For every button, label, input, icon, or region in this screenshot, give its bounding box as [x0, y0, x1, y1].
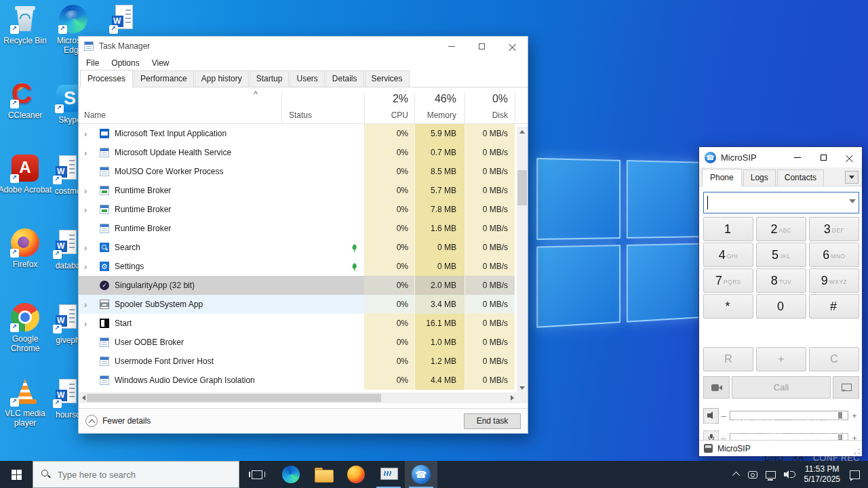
column-separator[interactable]	[515, 93, 515, 123]
action-center-button[interactable]	[846, 461, 868, 488]
start-button[interactable]	[0, 461, 33, 488]
speaker-mute-button[interactable]	[703, 408, 719, 424]
task-manager-tab[interactable]: Details	[326, 70, 364, 87]
task-manager-tab[interactable]: Processes	[80, 70, 133, 87]
taskbar-task-manager-button[interactable]	[372, 461, 405, 488]
dialpad-key[interactable]: 9 WXYZ	[809, 268, 859, 293]
dialpad-key[interactable]: 0	[756, 294, 806, 319]
dialpad-key[interactable]: 4 GHI	[703, 243, 753, 267]
close-button[interactable]	[836, 147, 862, 167]
dialpad-key[interactable]: *	[703, 294, 753, 319]
horizontal-scrollbar-thumb[interactable]	[87, 394, 381, 402]
column-disk[interactable]: Disk	[465, 110, 508, 120]
process-row[interactable]: › Microsoft Update Health Service 0% 0.7…	[79, 143, 518, 162]
task-manager-tab[interactable]: Performance	[134, 70, 194, 87]
process-row[interactable]: › Runtime Broker 0% 7.8 MB 0 MB/s	[79, 200, 518, 219]
chevron-down-icon[interactable]	[849, 199, 856, 203]
dialpad-key[interactable]: 1	[703, 217, 753, 241]
column-name[interactable]: Name	[84, 110, 106, 120]
process-row[interactable]: Usermode Font Driver Host 0% 1.2 MB 0 MB…	[79, 352, 518, 371]
maximize-button[interactable]	[467, 37, 497, 56]
process-row[interactable]: › Spooler SubSystem App 0% 3.4 MB 0 MB/s	[79, 295, 518, 314]
search-input[interactable]	[58, 470, 227, 480]
process-row[interactable]: › Runtime Broker 0% 5.7 MB 0 MB/s	[79, 181, 518, 200]
taskbar-clock[interactable]: 11:53 PM 5/17/2025	[799, 464, 846, 485]
maximize-button[interactable]	[810, 147, 836, 167]
expand-chevron-icon[interactable]: ›	[84, 148, 94, 158]
microsip-tab[interactable]: Logs	[743, 169, 776, 186]
process-row[interactable]: › Microsoft Text Input Application 0% 5.…	[79, 124, 518, 143]
end-task-button[interactable]: End task	[464, 413, 521, 429]
expand-chevron-icon[interactable]: ›	[84, 205, 94, 215]
task-manager-tab[interactable]: Services	[365, 70, 410, 87]
dialpad-function-key[interactable]: C	[809, 347, 859, 371]
tray-volume-button[interactable]	[780, 461, 799, 488]
process-row[interactable]: › Start 0% 16.1 MB 0 MB/s	[79, 314, 518, 333]
process-row[interactable]: Runtime Broker 0% 1.6 MB 0 MB/s	[79, 219, 518, 238]
scroll-down-button[interactable]	[517, 383, 528, 392]
scroll-up-button[interactable]	[517, 127, 528, 136]
minimize-button[interactable]	[785, 147, 810, 167]
dialpad-key[interactable]: 6 MNO	[809, 243, 859, 267]
process-row[interactable]: › Settings 0% 0 MB 0 MB/s	[79, 257, 518, 276]
vertical-scrollbar-thumb[interactable]	[517, 170, 527, 205]
task-manager-tab[interactable]: Users	[290, 70, 324, 87]
desktop-icon[interactable]: Recycle Bin	[0, 4, 52, 45]
microsip-tab[interactable]: Contacts	[777, 169, 824, 186]
dialpad-key[interactable]: 8 TUV	[756, 268, 806, 293]
expand-chevron-icon[interactable]: ›	[84, 186, 94, 196]
process-row[interactable]: › Search 0% 0 MB 0 MB/s	[79, 238, 518, 257]
fewer-details-toggle[interactable]: Fewer details	[102, 416, 151, 426]
process-row[interactable]: User OOBE Broker 0% 1.0 MB 0 MB/s	[79, 333, 518, 352]
video-call-button[interactable]	[703, 376, 730, 399]
column-memory[interactable]: Memory	[414, 110, 456, 120]
slider-thumb[interactable]	[838, 412, 842, 419]
volume-down[interactable]: –	[719, 411, 728, 421]
expand-chevron-icon[interactable]: ›	[84, 243, 94, 253]
scroll-right-button[interactable]	[507, 392, 517, 403]
number-input[interactable]	[703, 192, 859, 214]
dialpad-key[interactable]: 5 JKL	[756, 243, 806, 267]
column-separator[interactable]	[281, 93, 282, 123]
taskbar-search[interactable]	[33, 461, 239, 488]
dialpad-function-key[interactable]: +	[756, 347, 806, 371]
taskbar-edge-button[interactable]	[275, 461, 307, 488]
taskbar-microsip-button[interactable]	[405, 461, 437, 488]
volume-up[interactable]: +	[850, 411, 859, 421]
tray-network-button[interactable]	[762, 461, 780, 488]
minimize-button[interactable]	[436, 37, 467, 56]
show-hidden-icons-button[interactable]	[730, 461, 744, 488]
microsip-titlebar[interactable]: MicroSIP	[699, 147, 862, 167]
expand-chevron-icon[interactable]: ›	[84, 319, 94, 329]
expand-chevron-icon[interactable]: ›	[84, 262, 94, 272]
speaker-volume-slider[interactable]	[730, 411, 848, 420]
tray-camera-button[interactable]	[744, 461, 762, 488]
menu-options[interactable]: Options	[105, 58, 145, 68]
task-view-button[interactable]	[241, 461, 273, 488]
fewer-details-icon[interactable]	[85, 415, 98, 427]
close-button[interactable]	[497, 37, 528, 56]
task-manager-tab[interactable]: App history	[195, 70, 249, 87]
menu-view[interactable]: View	[146, 58, 176, 68]
call-button[interactable]: Call	[732, 376, 831, 399]
dialpad-key[interactable]: #	[809, 294, 859, 319]
vertical-scrollbar[interactable]	[517, 127, 528, 392]
dialpad-key[interactable]: 3 DEF	[809, 217, 859, 241]
dialpad-function-key[interactable]: R	[703, 347, 753, 371]
resize-grip[interactable]	[854, 448, 861, 455]
dialpad-key[interactable]: 7 PQRS	[703, 268, 753, 293]
process-row[interactable]: SingularityApp (32 bit) 0% 2.0 MB 0 MB/s	[79, 276, 518, 295]
column-status[interactable]: Status	[289, 110, 312, 120]
task-manager-titlebar[interactable]: Task Manager	[79, 37, 528, 56]
process-row[interactable]: Windows Audio Device Graph Isolation 0% …	[79, 371, 518, 390]
menu-file[interactable]: File	[80, 58, 105, 68]
account-menu-dropdown[interactable]	[845, 171, 859, 184]
process-row[interactable]: MoUSO Core Worker Process 0% 8.5 MB 0 MB…	[79, 162, 518, 181]
desktop-icon[interactable]	[97, 4, 151, 36]
message-button[interactable]	[833, 376, 859, 399]
taskbar-firefox-button[interactable]	[340, 461, 372, 488]
horizontal-scrollbar[interactable]	[79, 392, 528, 403]
taskbar-file-explorer-button[interactable]	[307, 461, 340, 488]
expand-chevron-icon[interactable]: ›	[84, 300, 94, 310]
expand-chevron-icon[interactable]: ›	[84, 129, 94, 139]
